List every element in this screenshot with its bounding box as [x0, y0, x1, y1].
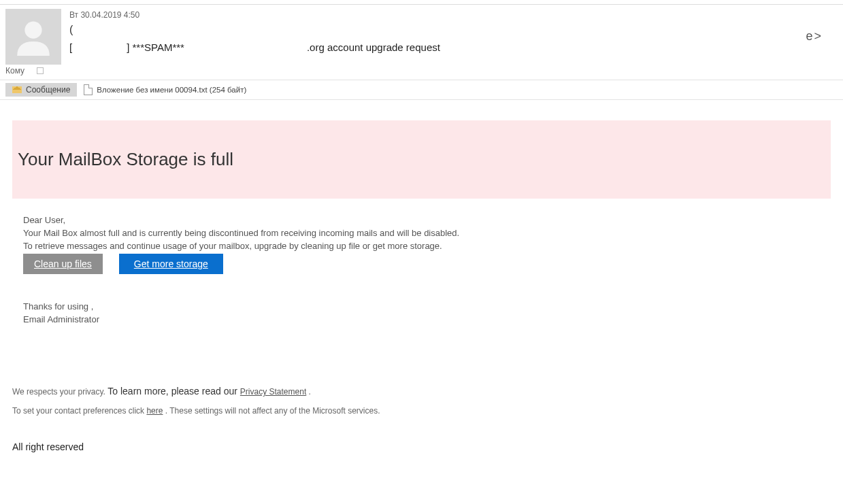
signature-admin: Email Administrator: [23, 314, 820, 324]
blank-recipient-icon: [37, 67, 44, 74]
privacy-statement-link[interactable]: Privacy Statement: [240, 387, 306, 397]
tabs-row: Сообщение Вложение без имени 00094.txt (…: [0, 80, 843, 100]
signature: Thanks for using , Email Administrator: [23, 301, 820, 324]
footer-respect: We respects your privacy.: [12, 387, 108, 397]
email-subject: [] ***SPAM***.org account upgrade reques…: [69, 41, 838, 53]
envelope-icon: [12, 86, 22, 93]
banner-title: Your MailBox Storage is full: [18, 149, 824, 170]
svg-point-0: [24, 22, 42, 39]
footer-pref-post: . These settings will not affect any of …: [163, 406, 380, 416]
body-paragraph-2: To retrieve messages and continue usage …: [23, 241, 820, 251]
sender-avatar: [5, 9, 61, 65]
clean-up-files-button[interactable]: Clean up files: [23, 254, 103, 274]
email-body: Your MailBox Storage is full Dear User, …: [0, 100, 843, 478]
signature-thanks: Thanks for using ,: [23, 301, 820, 312]
body-paragraph-1: Your Mail Box almost full and is current…: [23, 228, 820, 238]
to-label: Кому: [5, 66, 24, 75]
footer-learn: To learn more, please read our: [108, 386, 240, 397]
person-icon: [10, 13, 57, 61]
email-header: Вт 30.04.2019 4:50 ( [] ***SPAM***.org a…: [0, 5, 843, 65]
footer-allright: All right reserved: [12, 441, 831, 452]
attachment-item[interactable]: Вложение без имени 00094.txt (254 байт): [84, 84, 246, 95]
button-row: Clean up files Get more storage: [23, 254, 820, 274]
message-tab[interactable]: Сообщение: [5, 83, 77, 97]
email-date: Вт 30.04.2019 4:50: [69, 10, 838, 20]
footer: We respects your privacy. To learn more,…: [12, 386, 831, 466]
attachment-label: Вложение без имени 00094.txt (254 байт): [97, 86, 246, 94]
greeting: Dear User,: [23, 215, 820, 225]
here-link[interactable]: here: [146, 406, 163, 416]
message-tab-label: Сообщение: [26, 85, 70, 95]
get-more-storage-button[interactable]: Get more storage: [119, 254, 223, 274]
warning-banner: Your MailBox Storage is full: [12, 120, 831, 199]
header-right-text: e>: [806, 29, 823, 44]
footer-pref-pre: To set your contact preferences click: [12, 406, 146, 416]
file-icon: [84, 84, 93, 95]
sender-line: (: [69, 24, 838, 36]
recipient-row: Кому: [0, 65, 843, 80]
